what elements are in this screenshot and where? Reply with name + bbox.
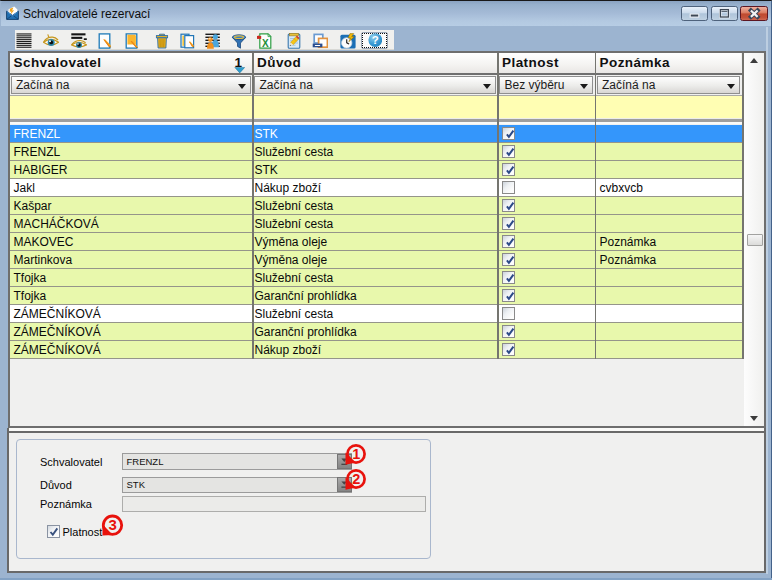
svg-text:2: 2	[352, 471, 360, 487]
svg-text:?: ?	[371, 34, 378, 46]
svg-text:3: 3	[108, 516, 116, 533]
svg-text:X: X	[262, 38, 269, 49]
svg-text:1: 1	[352, 445, 360, 461]
